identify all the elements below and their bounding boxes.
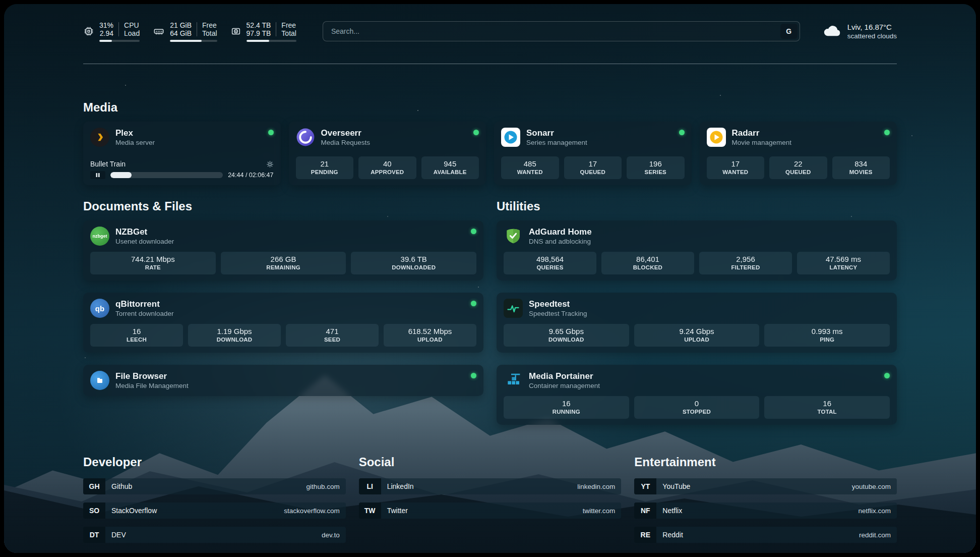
- card-sonarr[interactable]: Sonarr Series management 485 WANTED: [494, 122, 692, 185]
- disk-total-value: 97.9 TB: [247, 29, 271, 37]
- bookmark-url: linkedin.com: [577, 483, 615, 490]
- app-subtitle: Media File Management: [115, 381, 465, 390]
- app-subtitle: DNS and adblocking: [529, 237, 890, 246]
- disk-icon: [230, 26, 241, 37]
- search-engine-button[interactable]: G: [780, 24, 798, 39]
- bookmark-twitter[interactable]: TW Twitter twitter.com: [359, 503, 622, 519]
- radarr-icon: [707, 128, 726, 147]
- bookmark-url: github.com: [307, 483, 340, 490]
- stat-stopped: 0 STOPPED: [634, 396, 760, 419]
- nzbget-icon: nzbget: [90, 227, 109, 246]
- bookmark-github[interactable]: GH Github github.com: [83, 478, 346, 494]
- app-name: Sonarr: [526, 128, 673, 138]
- stat-pending: 21 PENDING: [296, 156, 354, 179]
- section-entertainment: Entertainment YT YouTube youtube.com NF …: [634, 455, 897, 543]
- widget-separator: [197, 22, 197, 36]
- disk-progress-bar: [247, 40, 296, 42]
- app-name: qBittorrent: [115, 299, 465, 309]
- background-snow-specks: [4, 4, 5, 5]
- card-radarr[interactable]: Radarr Movie management 17 WANTED 2: [700, 122, 897, 185]
- memory-total-label: Total: [202, 29, 217, 37]
- cpu-label: CPU: [124, 21, 140, 29]
- bookmark-url: dev.to: [322, 531, 340, 539]
- search-input[interactable]: [323, 21, 800, 41]
- bookmark-dev[interactable]: DT DEV dev.to: [83, 527, 346, 543]
- widget-separator: [118, 22, 119, 36]
- app-subtitle: Media server: [115, 138, 262, 147]
- card-qbittorrent[interactable]: qb qBittorrent Torrent downloader: [83, 293, 483, 353]
- cpu-icon: [83, 26, 94, 37]
- weather-condition: scattered clouds: [847, 32, 897, 40]
- status-dot: [473, 130, 479, 135]
- filebrowser-icon: [90, 371, 109, 390]
- bookmark-name: LinkedIn: [387, 482, 414, 490]
- card-plex[interactable]: Plex Media server Bullet Train: [83, 122, 281, 185]
- stat-available: 945 AVAILABLE: [421, 156, 479, 179]
- memory-icon: [153, 26, 165, 37]
- dashboard-screen: 31% 2.94 CPU Load: [4, 4, 976, 553]
- section-utilities: Utilities: [497, 199, 897, 425]
- utilities-heading: Utilities: [497, 199, 897, 213]
- developer-heading: Developer: [83, 455, 346, 469]
- status-dot: [471, 229, 476, 234]
- gear-icon[interactable]: [266, 160, 274, 168]
- section-media: Media Plex Media server: [83, 100, 897, 185]
- card-portainer[interactable]: Media Portainer Container management 16 …: [497, 365, 897, 425]
- card-nzbget[interactable]: nzbget NZBGet Usenet downloader: [83, 220, 483, 281]
- disk-total-label: Total: [281, 29, 296, 37]
- bookmark-abbr: DT: [83, 527, 105, 543]
- bookmark-linkedin[interactable]: LI LinkedIn linkedin.com: [359, 478, 622, 494]
- app-name: NZBGet: [115, 227, 465, 237]
- app-subtitle: Usenet downloader: [115, 237, 465, 246]
- plex-icon: [90, 128, 109, 147]
- media-heading: Media: [83, 100, 897, 115]
- pause-button[interactable]: [90, 171, 105, 179]
- status-dot: [268, 130, 274, 135]
- app-subtitle: Torrent downloader: [115, 309, 465, 318]
- playback-time: 24:44 / 02:06:47: [228, 172, 273, 179]
- stat-downloaded: 39.6 TB DOWNLOADED: [351, 252, 476, 274]
- card-speedtest[interactable]: Speedtest Speedtest Tracking 9.65 Gbps D…: [497, 293, 897, 353]
- section-developer: Developer GH Github github.com SO StackO…: [83, 455, 346, 543]
- bookmark-name: Reddit: [662, 531, 683, 539]
- app-name: Radarr: [732, 128, 879, 138]
- speedtest-icon: [504, 299, 523, 318]
- stat-upload: 9.24 Gbps UPLOAD: [634, 324, 760, 347]
- bookmark-abbr: NF: [634, 503, 656, 519]
- status-dot: [884, 130, 890, 135]
- bookmark-reddit[interactable]: RE Reddit reddit.com: [634, 527, 897, 543]
- bookmark-name: Github: [111, 482, 132, 490]
- app-subtitle: Container management: [529, 381, 878, 390]
- card-filebrowser[interactable]: File Browser Media File Management: [83, 365, 483, 396]
- plex-now-playing: Bullet Train: [90, 158, 274, 179]
- playback-progress-bar[interactable]: [110, 172, 223, 178]
- portainer-icon: [504, 371, 523, 390]
- memory-total-value: 64 GiB: [170, 29, 192, 37]
- bookmark-url: twitter.com: [583, 507, 616, 515]
- now-playing-title: Bullet Train: [90, 160, 126, 168]
- search-box[interactable]: G: [323, 21, 800, 41]
- stat-series: 196 SERIES: [627, 156, 685, 179]
- app-name: Plex: [115, 128, 262, 138]
- bookmark-netflix[interactable]: NF Netflix netflix.com: [634, 503, 897, 519]
- memory-free-value: 21 GiB: [170, 21, 192, 29]
- app-subtitle: Movie management: [732, 138, 879, 147]
- bookmark-youtube[interactable]: YT YouTube youtube.com: [634, 478, 897, 494]
- stat-download: 1.19 Gbps DOWNLOAD: [188, 324, 281, 347]
- card-adguard-home[interactable]: AdGuard Home DNS and adblocking 498,564 …: [497, 220, 897, 281]
- bookmark-name: Twitter: [387, 507, 408, 515]
- stat-rate: 744.21 Mbps RATE: [90, 252, 216, 274]
- section-documents-files: Documents & Files nzbget NZBGet Usenet d…: [83, 199, 483, 425]
- disk-free-label: Free: [281, 21, 296, 29]
- memory-free-label: Free: [202, 21, 217, 29]
- app-name: Media Portainer: [529, 371, 878, 381]
- app-name: Overseerr: [321, 128, 468, 138]
- cpu-widget: 31% 2.94 CPU Load: [83, 21, 140, 42]
- stat-running: 16 RUNNING: [504, 396, 629, 419]
- bookmark-stackoverflow[interactable]: SO StackOverflow stackoverflow.com: [83, 503, 346, 519]
- weather-location-temp: Lviv, 16.87°C: [847, 22, 897, 32]
- card-overseerr[interactable]: Overseerr Media Requests 21 PENDING: [289, 122, 486, 185]
- bookmark-abbr: SO: [83, 503, 105, 519]
- stat-latency: 47.569 ms LATENCY: [797, 252, 890, 274]
- stat-leech: 16 LEECH: [90, 324, 183, 347]
